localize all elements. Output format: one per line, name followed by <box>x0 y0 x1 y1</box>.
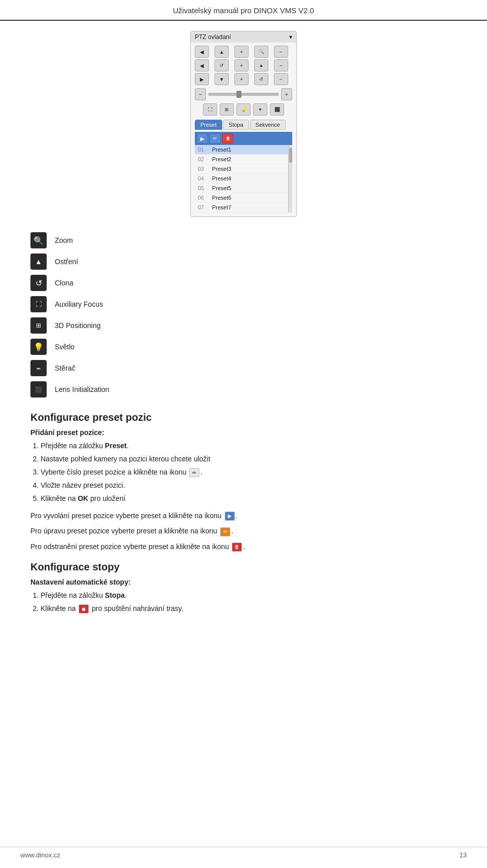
lens-init-label: Lens Initialization <box>55 385 109 393</box>
list-item: Klikněte na ⏺ pro spuštění nahrávání tra… <box>41 603 457 614</box>
edit-icon-inline-orange: ✏ <box>220 527 230 536</box>
footer-page-number: 13 <box>460 851 467 859</box>
play-icon-inline: ▶ <box>225 512 235 521</box>
ptz-btn-r2c5[interactable]: − <box>274 59 288 71</box>
zoom-label: Zoom <box>55 236 73 244</box>
3d-pos-label: 3D Positioning <box>55 321 100 330</box>
ptz-icon-wiper[interactable]: ✦ <box>253 103 267 116</box>
icon-legend: 🔍 Zoom ▲ Ostření ↺ Clona ⛶ Auxiliary Foc… <box>30 232 457 397</box>
ptz-preset-toolbar: ▶ ✏ 🗑 <box>195 132 292 145</box>
stopa-steps-list: Přejděte na záložku Stopa. Klikněte na ⏺… <box>41 590 457 614</box>
preset-scrollbar[interactable] <box>288 145 292 212</box>
ptz-icon-lens-init[interactable]: ⬛ <box>270 103 284 116</box>
list-item[interactable]: 06 Preset6 <box>195 193 288 203</box>
para-delete-preset: Pro odstranění preset pozice vyberte pre… <box>30 541 457 552</box>
ptz-btn-down[interactable]: ▼ <box>215 73 229 85</box>
icon-row-sterac: ⌁ Stěrač <box>30 360 457 376</box>
icon-row-ostreni: ▲ Ostření <box>30 254 457 270</box>
ptz-icon-light[interactable]: 💡 <box>236 103 251 116</box>
icon-row-lens-init: ⬛ Lens Initialization <box>30 381 457 397</box>
ptz-panel: PTZ ovladaní ▾ ◀ ▲ + 🔍 − ◀ ↺ + ▲ − ▶ ▼ <box>190 31 297 217</box>
3d-pos-icon: ⊞ <box>30 317 47 334</box>
record-icon-inline: ⏺ <box>79 604 89 613</box>
preset-list: 01 Preset1 02 Preset2 03 Preset3 04 Pres… <box>195 145 288 212</box>
preset-list-container: 01 Preset1 02 Preset2 03 Preset3 04 Pres… <box>195 145 292 212</box>
svetlo-label: Světlo <box>55 343 75 351</box>
para-invoke-preset: Pro vyvolání preset pozice vyberte prese… <box>30 510 457 521</box>
ptz-title-bar: PTZ ovladaní ▾ <box>191 31 296 43</box>
list-item[interactable]: 02 Preset2 <box>195 155 288 164</box>
ptz-btn-iris-plus[interactable]: + <box>234 59 249 71</box>
ptz-btn-left[interactable]: ◀ <box>195 59 209 71</box>
icon-row-aux-focus: ⛶ Auxiliary Focus <box>30 296 457 312</box>
ptz-slider-plus[interactable]: + <box>281 88 292 100</box>
preset-steps-list: Přejděte na záložku Preset. Nastavte poh… <box>41 441 457 504</box>
tab-preset[interactable]: Preset <box>195 120 222 130</box>
footer-website: www.dinox.cz <box>20 851 60 859</box>
ptz-btn-r3c5[interactable]: − <box>274 73 288 85</box>
section-preset: Konfigurace preset pozic Přidání preset … <box>30 412 457 552</box>
ptz-btn-r3c4[interactable]: ↺ <box>254 73 268 85</box>
preset-delete-btn[interactable]: 🗑 <box>222 133 233 143</box>
sterac-label: Stěrač <box>55 364 75 372</box>
lens-init-icon: ⬛ <box>30 381 47 397</box>
preset-edit-btn[interactable]: ✏ <box>210 133 221 143</box>
page-footer: www.dinox.cz 13 <box>0 847 487 859</box>
preset-play-btn[interactable]: ▶ <box>197 133 208 143</box>
list-item[interactable]: 04 Preset4 <box>195 174 288 184</box>
icon-row-zoom: 🔍 Zoom <box>30 232 457 248</box>
ptz-tabs: Preset Stopa Sekvence <box>195 120 292 130</box>
list-item: Nastavte pohled kamery na pozici kterou … <box>41 454 457 464</box>
ptz-speed-slider[interactable] <box>208 93 279 96</box>
list-item: Vyberte číslo preset pozice a klikněte n… <box>41 467 457 478</box>
sterac-icon: ⌁ <box>30 360 47 376</box>
tab-stopa[interactable]: Stopa <box>223 120 249 130</box>
aux-focus-icon: ⛶ <box>30 296 47 312</box>
icon-row-clona: ↺ Clona <box>30 275 457 291</box>
section-stopa: Konfigurace stopy Nastavení automatické … <box>30 561 457 614</box>
svetlo-icon: 💡 <box>30 339 47 355</box>
ptz-btn-r3c3[interactable]: + <box>234 73 249 85</box>
list-item[interactable]: 03 Preset3 <box>195 164 288 174</box>
ptz-btn-r1c5[interactable]: − <box>274 46 288 58</box>
section-preset-title: Konfigurace preset pozic <box>30 412 457 423</box>
list-item: Přejděte na záložku Stopa. <box>41 590 457 601</box>
ptz-btn-focus-icon[interactable]: 🔍 <box>254 46 268 58</box>
list-item: Vložte název preset pozici. <box>41 480 457 491</box>
section-preset-subtitle: Přidání preset pozice: <box>30 428 457 437</box>
ptz-collapse-icon[interactable]: ▾ <box>289 33 292 41</box>
ptz-btn-up[interactable]: ▲ <box>215 46 229 58</box>
delete-icon-inline: 🗑 <box>232 542 242 552</box>
ptz-panel-wrapper: PTZ ovladaní ▾ ◀ ▲ + 🔍 − ◀ ↺ + ▲ − ▶ ▼ <box>30 31 457 217</box>
tab-sekvence[interactable]: Sekvence <box>250 120 286 130</box>
ptz-btn-center[interactable]: ↺ <box>215 59 229 71</box>
section-stopa-subtitle: Nastavení automatické stopy: <box>30 578 457 586</box>
ptz-btn-right[interactable]: ▶ <box>195 73 209 85</box>
ptz-btn-iris-icon[interactable]: ▲ <box>254 59 268 71</box>
ptz-title: PTZ ovladaní <box>195 33 231 41</box>
ptz-icon-3d-pos[interactable]: ⊞ <box>220 103 234 116</box>
ptz-btn-left-up[interactable]: ◀ <box>195 46 209 58</box>
header-title: Uživatelský manuál pro DINOX VMS V2.0 <box>173 6 314 15</box>
ptz-icon-aux-focus[interactable]: ⛶ <box>203 103 217 116</box>
ostreni-icon: ▲ <box>30 254 47 270</box>
list-item: Přejděte na záložku Preset. <box>41 441 457 451</box>
clona-label: Clona <box>55 279 74 287</box>
ptz-btn-zoom-plus[interactable]: + <box>234 46 249 58</box>
clona-icon: ↺ <box>30 275 47 291</box>
aux-focus-label: Auxiliary Focus <box>55 300 103 308</box>
edit-icon-inline: ✏ <box>189 468 199 477</box>
icon-row-svetlo: 💡 Světlo <box>30 339 457 355</box>
ptz-icon-row: ⛶ ⊞ 💡 ✦ ⬛ <box>195 103 292 116</box>
ptz-slider-minus[interactable]: − <box>195 88 206 100</box>
ptz-direction-grid: ◀ ▲ + 🔍 − ◀ ↺ + ▲ − ▶ ▼ + ↺ − <box>195 46 292 85</box>
list-item[interactable]: 01 Preset1 <box>195 145 288 155</box>
list-item[interactable]: 05 Preset5 <box>195 184 288 193</box>
ptz-slider-row: − + <box>195 88 292 100</box>
icon-row-3d-pos: ⊞ 3D Positioning <box>30 317 457 334</box>
zoom-icon: 🔍 <box>30 232 47 248</box>
list-item: Klikněte na OK pro uložení <box>41 493 457 504</box>
list-item[interactable]: 07 Preset7 <box>195 203 288 212</box>
ostreni-label: Ostření <box>55 258 78 266</box>
para-edit-preset: Pro úpravu preset pozice vyberte preset … <box>30 525 457 536</box>
